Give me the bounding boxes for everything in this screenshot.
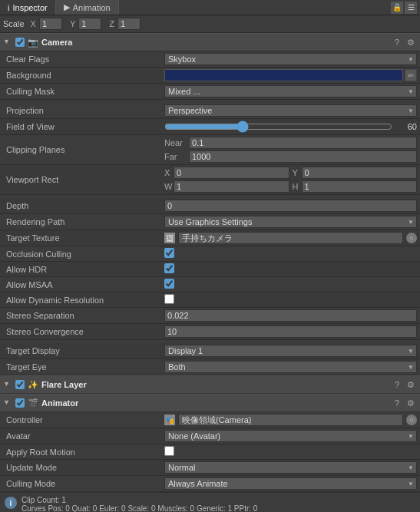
fov-label: Field of View [3, 122, 164, 131]
near-input[interactable] [189, 137, 417, 149]
camera-collapse-arrow[interactable]: ▼ [3, 38, 12, 47]
vp-x-input[interactable] [174, 167, 289, 179]
vp-y-axis: Y [293, 168, 300, 177]
menu-icon-btn[interactable]: ☰ [405, 2, 417, 14]
apply-root-motion-checkbox[interactable] [164, 446, 174, 456]
occlusion-culling-checkbox[interactable] [164, 248, 174, 258]
target-eye-dropdown[interactable]: Both [164, 361, 417, 373]
controller-label: Controller [3, 415, 164, 424]
animator-section-icons: ? ⚙ [391, 397, 417, 409]
target-texture-wrap: 🖼 手持ちカメラ ○ [164, 232, 417, 244]
allow-dynamic-resolution-checkbox[interactable] [164, 294, 174, 304]
background-color-wrap: ✏ [164, 69, 417, 81]
vp-w-axis: W [164, 182, 172, 191]
camera-settings-icon[interactable]: ⚙ [405, 36, 417, 48]
eyedropper-icon[interactable]: ✏ [405, 69, 417, 81]
allow-msaa-checkbox[interactable] [164, 279, 174, 289]
camera-properties: Clear Flags Skybox Background ✏ Culling … [0, 51, 420, 375]
stereo-convergence-input[interactable] [164, 325, 417, 338]
controller-row: Controller 🎭 映像領域(Camera) ○ [0, 412, 420, 428]
allow-hdr-wrap [164, 263, 417, 275]
target-texture-dropdown[interactable]: 手持ちカメラ [178, 232, 403, 244]
vp-x-field: X [164, 167, 289, 179]
camera-section-icons: ? ⚙ [391, 36, 417, 48]
animator-settings-icon[interactable]: ⚙ [405, 397, 417, 409]
vp-h-input[interactable] [302, 180, 418, 193]
flare-layer-settings-icon[interactable]: ⚙ [405, 378, 417, 391]
culling-mode-label: Culling Mode [3, 479, 164, 488]
culling-mask-dropdown-wrap: Mixed ... [164, 85, 417, 97]
camera-section-header: ▼ 📷 Camera ? ⚙ [0, 33, 420, 51]
lock-icon-btn[interactable]: 🔒 [391, 2, 403, 14]
rendering-path-label: Rendering Path [3, 217, 164, 226]
scale-x-input[interactable] [39, 18, 62, 30]
allow-msaa-wrap [164, 279, 417, 290]
projection-dropdown[interactable]: Perspective [164, 104, 417, 117]
culling-mask-dropdown[interactable]: Mixed ... [164, 85, 417, 97]
culling-mode-dropdown[interactable]: Always Animate [164, 477, 417, 490]
allow-hdr-checkbox[interactable] [164, 263, 174, 273]
avatar-dropdown[interactable]: None (Avatar) [164, 430, 417, 442]
viewport-rect-row: Viewport Rect X Y W H [0, 165, 420, 195]
flare-layer-section-header: ▼ ✨ Flare Layer ? ⚙ [0, 375, 420, 394]
update-mode-dropdown-wrap: Normal [164, 461, 417, 474]
camera-help-icon[interactable]: ? [391, 36, 403, 48]
viewport-rect-wrap: X Y W H [164, 167, 417, 193]
tab-animation[interactable]: ▶ Animation [56, 0, 119, 15]
far-input[interactable] [189, 150, 417, 163]
projection-row: Projection Perspective [0, 103, 420, 119]
vp-y-input[interactable] [302, 167, 418, 179]
background-label: Background [3, 71, 164, 80]
allow-dynamic-resolution-row: Allow Dynamic Resolution [0, 292, 420, 308]
culling-mode-dropdown-wrap: Always Animate [164, 477, 417, 490]
allow-hdr-row: Allow HDR [0, 262, 420, 277]
allow-msaa-row: Allow MSAA [0, 277, 420, 292]
stereo-separation-label: Stereo Separation [3, 311, 164, 320]
clear-flags-dropdown-wrap: Skybox [164, 53, 417, 65]
vp-h-axis: H [293, 182, 300, 191]
flare-layer-enabled-checkbox[interactable] [15, 380, 25, 389]
target-eye-row: Target Eye Both [0, 359, 420, 375]
depth-label: Depth [3, 201, 164, 210]
scale-y-input[interactable] [78, 18, 101, 30]
tab-bar: i Inspector ▶ Animation 🔒 ☰ [0, 0, 420, 15]
vp-w-field: W [164, 180, 289, 193]
viewport-xy-row: X Y [164, 167, 417, 179]
vp-x-axis: X [164, 168, 172, 177]
scale-z-axis: Z [109, 19, 114, 28]
stereo-separation-input[interactable] [164, 309, 417, 322]
fov-slider[interactable] [164, 121, 392, 133]
scale-x-field: X [31, 18, 62, 30]
background-color-swatch[interactable] [164, 69, 403, 81]
controller-dot[interactable]: ○ [406, 415, 417, 425]
animator-help-icon[interactable]: ? [391, 397, 403, 409]
culling-mode-row: Culling Mode Always Animate [0, 476, 420, 492]
camera-enabled-checkbox[interactable] [15, 38, 25, 47]
depth-input[interactable] [164, 200, 417, 212]
target-display-dropdown[interactable]: Display 1 [164, 345, 417, 357]
animator-collapse-arrow[interactable]: ▼ [3, 398, 12, 408]
update-mode-label: Update Mode [3, 463, 164, 472]
target-texture-dot[interactable]: ○ [406, 233, 417, 243]
viewport-wh-row: W H [164, 180, 417, 193]
projection-dropdown-wrap: Perspective [164, 104, 417, 117]
update-mode-dropdown[interactable]: Normal [164, 461, 417, 474]
flare-layer-collapse-arrow[interactable]: ▼ [3, 380, 12, 389]
tab-inspector[interactable]: i Inspector [0, 1, 56, 15]
animator-enabled-checkbox[interactable] [15, 398, 25, 408]
controller-dropdown[interactable]: 映像領域(Camera) [178, 414, 403, 426]
near-row: Near [164, 137, 417, 149]
clear-flags-dropdown[interactable]: Skybox [164, 53, 417, 65]
animator-section-header: ▼ 🎬 Animator ? ⚙ [0, 394, 420, 412]
flare-layer-help-icon[interactable]: ? [391, 378, 403, 391]
clipping-planes-wrap: Near Far [164, 137, 417, 163]
rendering-path-dropdown[interactable]: Use Graphics Settings [164, 216, 417, 228]
camera-component-icon: 📷 [28, 38, 38, 48]
vp-w-input[interactable] [174, 180, 289, 193]
scale-label: Scale [3, 19, 25, 28]
apply-root-motion-label: Apply Root Motion [3, 448, 164, 457]
apply-root-motion-row: Apply Root Motion [0, 444, 420, 460]
info-line1: Clip Count: 1 [21, 496, 270, 504]
animator-icon: 🎬 [28, 398, 38, 408]
scale-z-input[interactable] [117, 18, 141, 30]
